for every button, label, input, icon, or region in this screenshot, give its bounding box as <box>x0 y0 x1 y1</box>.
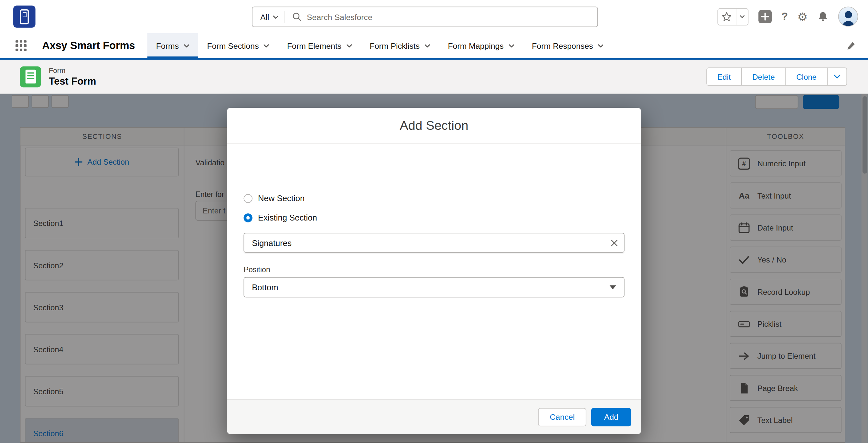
bell-icon <box>817 11 829 23</box>
clear-input-button[interactable] <box>604 233 624 252</box>
tab-form-picklists[interactable]: Form Picklists <box>361 33 439 58</box>
radio-label: New Section <box>258 194 305 203</box>
tab-form-elements[interactable]: Form Elements <box>278 33 361 58</box>
tab-forms[interactable]: Forms <box>147 33 198 58</box>
chevron-down-icon <box>739 15 744 18</box>
chevron-down-icon <box>273 15 278 19</box>
edit-button[interactable]: Edit <box>706 67 742 86</box>
chevron-down-icon <box>609 285 616 289</box>
radio-existing-section[interactable]: Existing Section <box>244 213 317 222</box>
chevron-down-icon <box>346 44 352 47</box>
chevron-down-icon <box>508 44 514 47</box>
chevron-down-icon <box>598 44 603 47</box>
star-icon <box>721 12 732 22</box>
entity-label: Form <box>49 66 96 75</box>
plus-box-icon <box>758 9 772 24</box>
chevron-down-icon <box>184 44 189 47</box>
radio-icon <box>244 194 252 202</box>
app-name: Axsy Smart Forms <box>42 39 135 52</box>
axsy-logo[interactable] <box>13 5 36 28</box>
global-header: All ? ⚙ <box>0 0 868 33</box>
section-name-input[interactable] <box>244 238 604 247</box>
quick-add-button[interactable] <box>758 9 772 24</box>
phone-icon <box>20 9 29 24</box>
app-nav-bar: Axsy Smart Forms Forms Form Sections For… <box>0 33 868 60</box>
page-title: Test Form <box>49 75 96 87</box>
record-actions: Edit Delete Clone <box>706 67 847 86</box>
more-actions-button[interactable] <box>827 67 847 86</box>
position-label: Position <box>244 265 270 274</box>
modal-body: New Section Existing Section Position Bo… <box>227 144 641 399</box>
radio-new-section[interactable]: New Section <box>244 194 305 203</box>
delete-button[interactable]: Delete <box>741 67 786 86</box>
radio-selected-icon <box>244 213 252 222</box>
header-actions: ? ⚙ <box>717 0 858 33</box>
gear-icon: ⚙ <box>797 11 808 22</box>
search-scope-selector[interactable]: All <box>252 7 285 27</box>
chevron-down-icon <box>834 75 840 78</box>
position-select[interactable]: Bottom <box>244 277 625 297</box>
help-button[interactable]: ? <box>781 11 788 23</box>
clone-button[interactable]: Clone <box>785 67 828 86</box>
tab-label: Form Elements <box>287 41 341 50</box>
search-divider <box>284 11 285 23</box>
setup-button[interactable]: ⚙ <box>797 11 808 22</box>
nav-tabs: Forms Form Sections Form Elements Form P… <box>147 33 612 58</box>
tab-label: Form Sections <box>207 41 259 50</box>
section-combobox <box>244 233 625 253</box>
radio-label: Existing Section <box>258 213 317 222</box>
position-value: Bottom <box>252 282 278 292</box>
edit-nav-button[interactable] <box>846 41 856 50</box>
salesforce-app: All ? ⚙ <box>0 0 868 443</box>
page-header: Form Test Form Edit Delete Clone <box>0 60 868 94</box>
form-object-icon <box>20 66 41 87</box>
tab-form-responses[interactable]: Form Responses <box>523 33 612 58</box>
close-icon <box>610 239 617 246</box>
modal-header: Add Section <box>227 108 641 144</box>
tab-label: Form Responses <box>532 41 593 50</box>
help-icon: ? <box>781 11 788 23</box>
chevron-down-icon <box>264 44 269 47</box>
page-header-text: Form Test Form <box>49 66 96 87</box>
favorites-control <box>717 8 748 25</box>
tab-label: Forms <box>156 41 179 50</box>
global-search: All <box>252 7 598 27</box>
tab-label: Form Mappings <box>448 41 504 50</box>
pencil-icon <box>846 41 856 50</box>
search-scope-label: All <box>260 12 269 21</box>
app-launcher-icon[interactable] <box>16 40 27 51</box>
avatar[interactable] <box>838 7 858 27</box>
search-input[interactable] <box>307 7 597 27</box>
add-button[interactable]: Add <box>591 408 631 426</box>
chevron-down-icon <box>425 44 430 47</box>
modal-title: Add Section <box>400 118 468 133</box>
cancel-button[interactable]: Cancel <box>538 408 586 426</box>
search-icon <box>292 12 302 22</box>
add-section-modal: Add Section New Section Existing Section… <box>227 108 641 434</box>
modal-footer: Cancel Add <box>227 399 641 434</box>
tab-form-sections[interactable]: Form Sections <box>198 33 278 58</box>
favorites-dropdown-button[interactable] <box>736 9 748 25</box>
notifications-button[interactable] <box>817 11 829 23</box>
tab-form-mappings[interactable]: Form Mappings <box>439 33 523 58</box>
tab-label: Form Picklists <box>370 41 420 50</box>
favorites-star-button[interactable] <box>718 9 736 25</box>
